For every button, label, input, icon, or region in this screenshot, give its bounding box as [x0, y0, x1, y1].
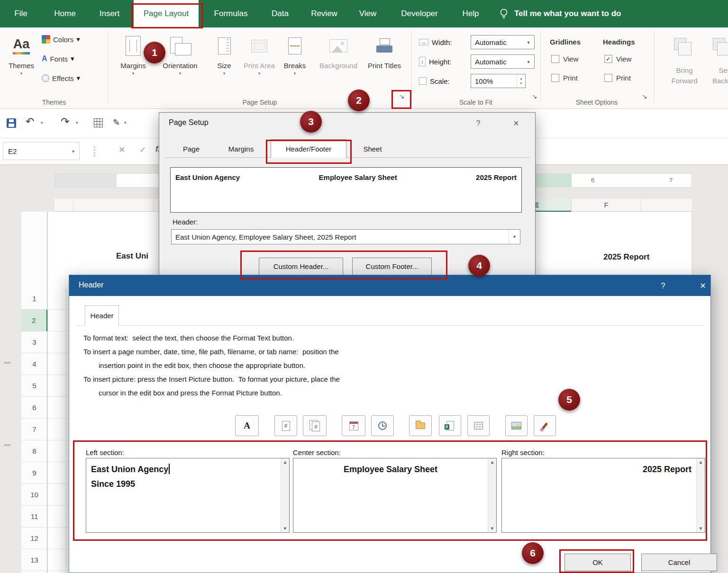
tab-data[interactable]: Data: [264, 0, 296, 27]
chevron-down-icon[interactable]: ▾: [124, 120, 127, 125]
right-section-textbox[interactable]: 2025 Report ▲ ▼: [501, 458, 705, 533]
row-header-13[interactable]: 13: [21, 549, 47, 571]
row-header-1[interactable]: 1: [21, 288, 47, 310]
tab-developer[interactable]: Developer: [393, 0, 446, 27]
spinner-up-icon[interactable]: ▴: [520, 77, 522, 81]
print-titles-button[interactable]: Print Titles: [363, 32, 406, 70]
gridlines-view-checkbox[interactable]: View: [551, 55, 578, 63]
spinner-down-icon[interactable]: ▾: [520, 81, 522, 85]
row-header-8[interactable]: 8: [21, 440, 47, 462]
cancel-button[interactable]: Cancel: [641, 554, 717, 571]
custom-footer-button[interactable]: Custom Footer...: [352, 258, 432, 275]
themes-button[interactable]: Aa Themes ▾: [6, 32, 37, 75]
checkbox-icon[interactable]: [551, 74, 559, 82]
row-header-3[interactable]: 3: [21, 331, 47, 353]
tell-me-box[interactable]: Tell me what you want to do: [514, 0, 621, 27]
row-header-12[interactable]: 12: [21, 528, 47, 549]
size-button[interactable]: Size ▾: [209, 32, 239, 75]
ok-button[interactable]: OK: [564, 554, 631, 571]
header-dropdown[interactable]: East Union Agency, Employee Salary Sheet…: [171, 229, 520, 244]
save-icon[interactable]: [7, 118, 16, 128]
format-text-button[interactable]: A: [235, 415, 259, 436]
row-header-7[interactable]: 7: [21, 419, 47, 440]
column-header-f[interactable]: F: [571, 199, 641, 212]
chevron-down-icon[interactable]: ▾: [41, 120, 43, 125]
row-header-6[interactable]: 6: [21, 397, 47, 419]
insert-number-of-pages-button[interactable]: #: [303, 415, 327, 436]
undo-icon[interactable]: ↶: [26, 116, 34, 128]
row-header-2[interactable]: 2: [21, 310, 47, 331]
row-header-5[interactable]: 5: [21, 375, 47, 397]
redo-icon[interactable]: ↷: [61, 116, 69, 128]
tab-view[interactable]: View: [352, 0, 384, 27]
help-button[interactable]: ?: [472, 117, 484, 130]
insert-file-path-button[interactable]: [409, 415, 432, 436]
table-borders-icon[interactable]: [94, 118, 103, 127]
row-header-9[interactable]: 9: [21, 462, 47, 484]
formula-bar-handle[interactable]: [94, 146, 95, 157]
scroll-up-icon[interactable]: ▲: [488, 460, 496, 465]
left-section-textbox[interactable]: East Union Agency Since 1995 ▲ ▼: [86, 458, 290, 533]
tab-insert[interactable]: Insert: [93, 0, 126, 27]
scrollbar[interactable]: ▲ ▼: [281, 458, 289, 532]
format-picture-button[interactable]: [534, 415, 556, 436]
row-header-4[interactable]: 4: [21, 353, 47, 375]
height-combobox[interactable]: Automatic ▾: [471, 54, 535, 69]
bring-forward-label-2[interactable]: Forward: [664, 77, 704, 85]
scrollbar[interactable]: ▲ ▼: [488, 458, 496, 532]
page-setup-dialog-launcher[interactable]: ↘: [397, 92, 407, 101]
chevron-down-icon[interactable]: ▾: [509, 230, 520, 244]
help-button[interactable]: ?: [657, 280, 669, 292]
row-header-10[interactable]: 10: [21, 484, 47, 506]
breaks-button[interactable]: Breaks ▾: [279, 32, 310, 75]
send-backward-label-2[interactable]: Backward: [705, 77, 728, 85]
tab-file[interactable]: File: [9, 0, 33, 27]
gridlines-print-checkbox[interactable]: Print: [551, 74, 578, 82]
scroll-down-icon[interactable]: ▼: [281, 526, 289, 531]
colors-button[interactable]: Colors ▾: [42, 35, 80, 44]
chevron-down-icon[interactable]: ▾: [72, 149, 79, 154]
tab-formulas[interactable]: Formulas: [207, 0, 255, 27]
close-icon[interactable]: ✕: [697, 280, 709, 292]
tab-page[interactable]: Page: [171, 141, 211, 157]
insert-date-button[interactable]: 7: [342, 415, 365, 436]
scroll-up-icon[interactable]: ▲: [281, 460, 289, 465]
enter-icon[interactable]: ✓: [139, 145, 146, 155]
checkbox-icon[interactable]: [604, 74, 612, 82]
center-section-textbox[interactable]: Employee Salary Sheet ▲ ▼: [293, 458, 497, 533]
scroll-down-icon[interactable]: ▼: [697, 526, 705, 531]
bring-forward-label-1[interactable]: Bring: [664, 66, 704, 74]
insert-time-button[interactable]: [371, 415, 394, 436]
insert-file-name-button[interactable]: [439, 415, 461, 436]
tab-header-footer[interactable]: Header/Footer: [271, 139, 346, 158]
tab-help[interactable]: Help: [454, 0, 487, 27]
spinner[interactable]: ▴ ▾: [517, 74, 525, 88]
chevron-down-icon[interactable]: ▾: [76, 120, 78, 125]
tab-home[interactable]: Home: [47, 0, 82, 27]
name-box[interactable]: E2 ▾: [3, 142, 80, 160]
headings-print-checkbox[interactable]: Print: [604, 74, 631, 82]
insert-picture-button[interactable]: [505, 415, 528, 436]
scale-spinner[interactable]: 100% ▴ ▾: [471, 74, 526, 88]
header-tab[interactable]: Header: [85, 305, 119, 326]
print-area-button[interactable]: Print Area ▾: [239, 32, 279, 75]
send-backward-label-1[interactable]: Send: [707, 66, 728, 74]
scroll-down-icon[interactable]: ▼: [488, 526, 496, 531]
tab-margins[interactable]: Margins: [211, 141, 271, 157]
pencil-icon[interactable]: ✎: [113, 117, 120, 128]
custom-header-button[interactable]: Custom Header...: [259, 258, 343, 275]
scroll-up-icon[interactable]: ▲: [697, 460, 705, 465]
tab-review[interactable]: Review: [304, 0, 344, 27]
scrollbar[interactable]: ▲ ▼: [696, 458, 705, 532]
tab-page-layout[interactable]: Page Layout: [134, 0, 199, 27]
sheet-options-dialog-launcher[interactable]: ↘: [640, 92, 649, 101]
fonts-button[interactable]: A Fonts ▾: [42, 54, 74, 63]
scale-to-fit-dialog-launcher[interactable]: ↘: [530, 92, 539, 101]
checkbox-icon[interactable]: [551, 55, 559, 63]
checkbox-icon[interactable]: ✓: [604, 55, 612, 63]
effects-button[interactable]: Effects ▾: [42, 74, 80, 82]
insert-page-number-button[interactable]: #: [274, 415, 297, 436]
background-button[interactable]: Background: [314, 32, 363, 70]
tab-sheet[interactable]: Sheet: [346, 141, 399, 157]
row-header-11[interactable]: 11: [21, 506, 47, 528]
